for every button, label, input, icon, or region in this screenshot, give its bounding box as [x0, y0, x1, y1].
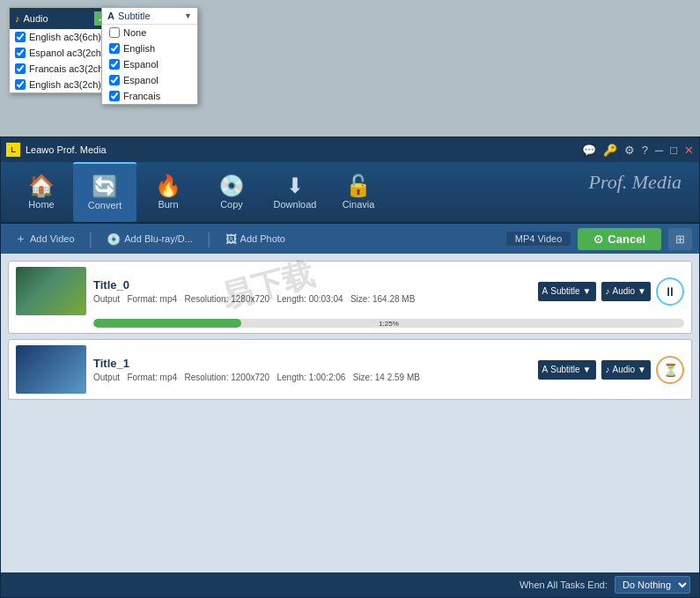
clock-button-1[interactable]: ⏳ — [656, 356, 684, 384]
key-icon[interactable]: 🔑 — [603, 144, 617, 157]
add-photo-button[interactable]: 🖼 Add Photo — [218, 230, 292, 248]
subtitle-select-0[interactable]: A Subtitle ▼ — [538, 282, 596, 301]
audio-checkbox-0[interactable] — [15, 32, 26, 42]
subtitle-dropdown-arrow-1: ▼ — [583, 365, 592, 374]
toolbar-burn-label: Burn — [158, 199, 178, 210]
maximize-icon[interactable]: □ — [670, 144, 677, 157]
audio-select-0[interactable]: ♪ Audio ▼ — [601, 282, 651, 301]
subtitle-checkbox-4[interactable] — [109, 91, 120, 101]
video-item-0: Title_0 Output Format: mp4 Resolution: 1… — [8, 261, 692, 334]
title-bar-controls: 💬 🔑 ⚙ ? ─ □ ✕ — [582, 144, 694, 157]
audio-item-0[interactable]: English ac3(6ch) — [10, 29, 114, 45]
resolution-label-1: Resolution: 1200x720 — [184, 373, 269, 382]
audio-item-3[interactable]: English ac3(2ch) — [10, 77, 114, 92]
format-label-0: Format: mp4 — [127, 294, 177, 304]
size-label-1: Size: 14 2.59 MB — [353, 373, 420, 382]
output-label-1: Output — [93, 373, 120, 382]
help-icon[interactable]: ? — [642, 144, 648, 157]
add-video-label: Add Video — [30, 233, 75, 244]
thumb-img-0 — [16, 267, 86, 315]
subtitle-checkbox-0[interactable] — [109, 27, 120, 38]
subtitle-select-label-0: Subtitle — [550, 286, 579, 296]
subtitle-item-1[interactable]: English — [102, 41, 197, 56]
subtitle-item-4[interactable]: Francais — [102, 88, 197, 104]
subtitle-checkbox-3[interactable] — [109, 75, 120, 85]
audio-select-icon-1: ♪ — [606, 365, 610, 374]
close-icon[interactable]: ✕ — [684, 144, 694, 157]
chat-icon[interactable]: 💬 — [582, 144, 596, 157]
format-label: MP4 Video — [515, 233, 563, 244]
subtitle-item-0[interactable]: None — [102, 25, 197, 41]
video-meta-1: Output Format: mp4 Resolution: 1200x720 … — [93, 373, 531, 382]
copy-icon: 💿 — [218, 175, 245, 196]
subtitle-dropdown-header: A Subtitle ▼ — [102, 8, 197, 25]
video-meta-0: Output Format: mp4 Resolution: 1280x720 … — [93, 294, 531, 304]
add-bluray-button[interactable]: 💿 Add Blu-ray/D... — [99, 230, 200, 248]
toolbar-convert-label: Convert — [88, 200, 122, 210]
video-info-1: Title_1 Output Format: mp4 Resolution: 1… — [93, 357, 531, 382]
subtitle-checkbox-1[interactable] — [109, 43, 120, 54]
format-label-1: Format: mp4 — [127, 373, 177, 382]
toolbar-home-label: Home — [28, 199, 54, 210]
audio-item-2[interactable]: Francais ac3(2ch) — [10, 61, 114, 77]
minimize-icon[interactable]: ─ — [655, 144, 663, 157]
length-label-0: Length: 00:03:04 — [277, 294, 343, 304]
subtitle-item-3[interactable]: Espanol — [102, 72, 197, 88]
app-title: Leawo Prof. Media — [26, 144, 107, 155]
thumb-img-1 — [16, 345, 86, 394]
progress-fill-0 — [93, 319, 241, 328]
subtitle-dropdown[interactable]: A Subtitle ▼ None English Espanol Espano… — [101, 7, 198, 105]
add-video-button[interactable]: ＋ Add Video — [8, 228, 82, 249]
toolbar-btn-download[interactable]: ⬇ Download — [263, 162, 327, 222]
sep-1: | — [89, 230, 93, 248]
video-controls-1: A Subtitle ▼ ♪ Audio ▼ ⏳ — [538, 356, 684, 384]
audio-dropdown-title: Audio — [24, 13, 48, 24]
home-icon: 🏠 — [28, 175, 55, 196]
video-info-0: Title_0 Output Format: mp4 Resolution: 1… — [93, 278, 531, 304]
status-select[interactable]: Do Nothing — [615, 576, 690, 594]
add-bluray-label: Add Blu-ray/D... — [124, 233, 193, 244]
subtitle-select-icon-0: A — [542, 286, 549, 296]
settings-icon[interactable]: ⚙ — [624, 144, 635, 157]
audio-checkbox-3[interactable] — [15, 79, 26, 90]
video-item-1-top: Title_1 Output Format: mp4 Resolution: 1… — [16, 345, 684, 394]
music-icon: ♪ — [15, 13, 20, 24]
cancel-icon: ⊙ — [593, 233, 603, 246]
size-label-0: Size: 164.28 MB — [350, 294, 415, 304]
cinavia-icon: 🔓 — [345, 175, 372, 196]
settings-btn[interactable]: ⊞ — [668, 228, 692, 250]
audio-select-icon-0: ♪ — [606, 286, 610, 296]
video-thumb-1 — [16, 345, 86, 394]
cancel-label: Cancel — [608, 233, 645, 246]
resolution-label-0: Resolution: 1280x720 — [184, 294, 269, 304]
toolbar-btn-cinavia[interactable]: 🔓 Cinavia — [327, 162, 390, 222]
video-title-0: Title_0 — [93, 278, 531, 292]
output-label-0: Output — [93, 294, 120, 304]
status-bar: When All Tasks End: Do Nothing — [1, 572, 699, 597]
audio-dropdown[interactable]: ♪ Audio ✓ English ac3(6ch) Espanol ac3(2… — [9, 7, 114, 93]
toolbar-cinavia-label: Cinavia — [343, 199, 375, 210]
add-video-icon: ＋ — [15, 231, 26, 247]
video-item-0-top: Title_0 Output Format: mp4 Resolution: 1… — [16, 267, 684, 315]
add-photo-label: Add Photo — [240, 233, 285, 244]
audio-item-1[interactable]: Espanol ac3(2ch) — [10, 45, 114, 61]
icon-toolbar: 🏠 Home 🔄 Convert 🔥 Burn 💿 Copy ⬇ Downloa… — [1, 162, 699, 224]
subtitle-item-2[interactable]: Espanol — [102, 56, 197, 72]
toolbar-btn-convert[interactable]: 🔄 Convert — [73, 162, 136, 222]
status-label: When All Tasks End: — [519, 580, 608, 590]
subtitle-select-icon-1: A — [542, 365, 549, 374]
audio-checkbox-2[interactable] — [15, 63, 26, 74]
toolbar-btn-home[interactable]: 🏠 Home — [10, 162, 73, 222]
pause-button-0[interactable]: ⏸ — [656, 277, 684, 306]
audio-select-1[interactable]: ♪ Audio ▼ — [601, 360, 651, 380]
subtitle-select-1[interactable]: A Subtitle ▼ — [538, 360, 596, 380]
video-item-1: Title_1 Output Format: mp4 Resolution: 1… — [8, 339, 692, 400]
subtitle-select-label-1: Subtitle — [550, 365, 579, 374]
toolbar-btn-copy[interactable]: 💿 Copy — [200, 162, 263, 222]
cancel-button[interactable]: ⊙ Cancel — [578, 228, 661, 250]
audio-checkbox-1[interactable] — [15, 48, 26, 58]
toolbar-copy-label: Copy — [220, 199, 243, 210]
subtitle-checkbox-2[interactable] — [109, 59, 120, 70]
video-title-1: Title_1 — [93, 357, 531, 370]
toolbar-btn-burn[interactable]: 🔥 Burn — [136, 162, 200, 222]
